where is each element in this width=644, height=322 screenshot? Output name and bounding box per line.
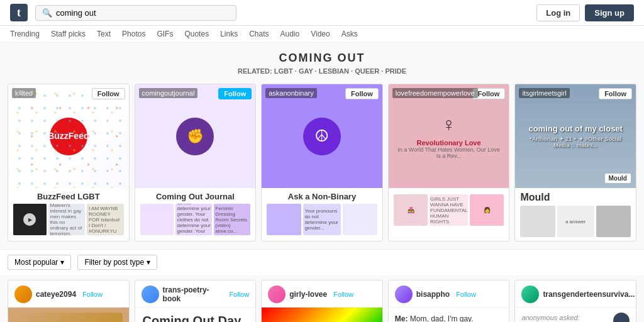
closet-strip-item3 <box>596 206 631 237</box>
avatar-cateye <box>14 286 32 303</box>
journal-strip-item2: Your pronouns do not determine your gend… <box>175 204 212 235</box>
post-header-trans: transgenderteensurviva... Follow <box>515 280 636 308</box>
username-trans[interactable]: transgenderteensurviva... <box>543 290 635 299</box>
blog-card-buzzfeed[interactable]: BuzzFeed Follow killted BuzzFeed LGBT Om… <box>8 84 130 242</box>
search-input[interactable]: coming out <box>56 8 230 18</box>
nonbinary-strip-item2: Your pronouns do not determine your gend… <box>303 204 340 235</box>
blog-display-name-journal: Coming Out Journal <box>140 192 251 201</box>
header: t 🔍 coming out Log in Sign up <box>0 0 644 26</box>
poetry-title: Coming Out Day <box>143 314 248 322</box>
buzzfeed-strip-item3: I AM WAYNE ROONEY FOR Istanbul/ I Don't … <box>87 204 124 235</box>
most-popular-filter[interactable]: Most popular ▾ <box>8 255 71 270</box>
bisappho-me-label: Me: <box>395 314 408 322</box>
post-card-trans: transgenderteensurviva... Follow anonymo… <box>514 280 636 322</box>
follow-bisappho[interactable]: Follow <box>456 291 476 298</box>
follow-button-nonbinary[interactable]: Follow <box>345 88 379 99</box>
blog-username-buzzfeed: killted <box>12 88 36 98</box>
nav-text[interactable]: Text <box>97 30 111 38</box>
follow-button-closet[interactable]: Follow <box>599 88 632 99</box>
follow-cateye[interactable]: Follow <box>82 291 103 298</box>
most-popular-label: Most popular <box>14 258 58 267</box>
signup-button[interactable]: Sign up <box>585 4 634 21</box>
post-card-bisappho: bisappho Follow Me: Mom, dad, I'm gay. M… <box>388 280 510 322</box>
blog-username-revolutionary: lovefreedomempowerlove <box>392 88 478 98</box>
blog-card-journal-body: Coming Out Journal Your pronouns do not … <box>135 188 256 239</box>
revolutionary-subtitle: In a World That Hates Women, Our Love Is… <box>395 147 503 159</box>
bisappho-conversation: Me: Mom, dad, I'm gay. My dad: —— My mom… <box>395 313 503 322</box>
journal-strip-item3: Feminin Dressing Room Secrets (video) at… <box>214 204 250 235</box>
post-cards-row: cateye2094 Follow 🧑‍🎨 trans-poetry-book … <box>0 275 644 322</box>
related-tags: RELATED: LGBT · GAY · LESBIAN · QUEER · … <box>0 67 644 75</box>
buzzfeed-strip-item1 <box>13 204 47 235</box>
post-card-girly: girly-lovee Follow #MYCOMINGOUTSTORY - B… <box>261 280 383 322</box>
post-card-cateye: cateye2094 Follow 🧑‍🎨 <box>8 280 130 322</box>
filter-by-post-type[interactable]: Filter by post type ▾ <box>77 255 157 270</box>
revolutionary-content: ♀ Revolutionary Love In a World That Hat… <box>389 108 509 165</box>
mould-text: Mould <box>520 192 550 203</box>
nav-chats[interactable]: Chats <box>249 30 269 38</box>
blog-card-revolutionary-header: ♀ Revolutionary Love In a World That Hat… <box>389 84 509 188</box>
nav-bar: Trending Staff picks Text Photos GIFs Qu… <box>0 26 644 43</box>
results-header: COMING OUT RELATED: LGBT · GAY · LESBIAN… <box>0 43 644 79</box>
nav-trending[interactable]: Trending <box>10 30 40 38</box>
blog-cards-row: BuzzFeed Follow killted BuzzFeed LGBT Om… <box>0 79 644 247</box>
rl-strip-3: 👩 <box>470 194 504 226</box>
username-girly[interactable]: girly-lovee <box>289 290 327 299</box>
follow-button-journal[interactable]: Follow <box>218 88 252 99</box>
nonbinary-strip-item3 <box>343 204 377 235</box>
mould-badge: Mould <box>605 174 631 183</box>
follow-button-buzzfeed[interactable]: Follow <box>92 88 125 99</box>
nav-gifs[interactable]: GIFs <box>157 30 173 38</box>
blog-card-closet[interactable]: coming out of my closet *Arthorian ✦ 21 … <box>514 84 636 242</box>
nav-staff-picks[interactable]: Staff picks <box>51 30 86 38</box>
login-button[interactable]: Log in <box>536 4 580 21</box>
journal-strip-item1 <box>140 204 174 235</box>
nonbinary-strip-item1 <box>267 204 301 235</box>
blog-display-name-buzzfeed: BuzzFeed LGBT <box>13 192 124 201</box>
nav-quotes[interactable]: Quotes <box>184 30 209 38</box>
nav-photos[interactable]: Photos <box>122 30 145 38</box>
journal-strip: Your pronouns do not determine your gend… <box>140 204 251 235</box>
header-actions: Log in Sign up <box>536 4 634 21</box>
nonbinary-strip: Your pronouns do not determine your gend… <box>267 204 377 235</box>
nav-asks[interactable]: Asks <box>341 30 358 38</box>
filter-post-type-label: Filter by post type <box>84 258 144 267</box>
avatar-trans <box>521 286 539 303</box>
nav-links[interactable]: Links <box>220 30 238 38</box>
revolutionary-title: Revolutionary Love <box>395 139 503 147</box>
post-body-bisappho: Me: Mom, dad, I'm gay. My dad: —— My mom… <box>389 308 509 322</box>
rl-strip-1: 👩‍❤️‍👩 <box>394 194 428 226</box>
closet-subtitle-text: *Arthorian ✦ 21 + ✦ #Other Social Media … <box>521 136 630 148</box>
nav-video[interactable]: Video <box>311 30 330 38</box>
chevron-down-icon-2: ▾ <box>147 258 150 267</box>
blog-card-journal[interactable]: ✊ Follow comingoutjournal Coming Out Jou… <box>135 84 257 242</box>
buzzfeed-strip-item2: Omar Mateen's interest in gay men makes … <box>48 204 86 235</box>
related-tag-list[interactable]: LGBT · GAY · LESBIAN · QUEER · PRIDE <box>274 67 406 75</box>
blog-display-name-nonbinary: Ask a Non-Binary <box>267 192 377 201</box>
username-cateye[interactable]: cateye2094 <box>36 290 76 299</box>
blog-card-closet-header: coming out of my closet *Arthorian ✦ 21 … <box>515 84 636 188</box>
post-body-poetry: Coming Out Day By James, 15, Trans boy O… <box>135 308 256 322</box>
blog-card-nonbinary-header: ☮ Follow askanonbinary <box>262 84 382 188</box>
tumblr-logo[interactable]: t <box>10 4 28 21</box>
blog-username-closet: itsgirlmeetsgirl <box>519 88 569 98</box>
blog-card-buzzfeed-header: BuzzFeed Follow killted <box>8 84 129 188</box>
avatar-girly <box>268 286 286 303</box>
nav-audio[interactable]: Audio <box>280 30 300 38</box>
blog-display-name-closet: Mould <box>520 192 631 203</box>
post-header-cateye: cateye2094 Follow <box>8 280 129 308</box>
blog-card-revolutionary[interactable]: ♀ Revolutionary Love In a World That Hat… <box>388 84 510 242</box>
blog-card-nonbinary[interactable]: ☮ Follow askanonbinary Ask a Non-Binary … <box>261 84 383 242</box>
related-label: RELATED: <box>238 67 272 75</box>
search-icon: 🔍 <box>42 8 52 18</box>
post-header-girly: girly-lovee Follow <box>262 280 382 308</box>
follow-girly[interactable]: Follow <box>333 291 353 298</box>
username-bisappho[interactable]: bisappho <box>416 290 450 299</box>
post-card-poetry: trans-poetry-book Follow Coming Out Day … <box>135 280 257 322</box>
follow-poetry[interactable]: Follow <box>229 291 249 298</box>
revolutionary-strip: 👩‍❤️‍👩 GIRLS JUST WANNA HAVE FUNDAMENTAL… <box>394 194 504 226</box>
blog-card-buzzfeed-body: BuzzFeed LGBT Omar Mateen's interest in … <box>8 188 129 239</box>
avatar-poetry <box>142 286 159 303</box>
avatar-bisappho <box>395 286 413 303</box>
username-poetry[interactable]: trans-poetry-book <box>163 286 223 303</box>
